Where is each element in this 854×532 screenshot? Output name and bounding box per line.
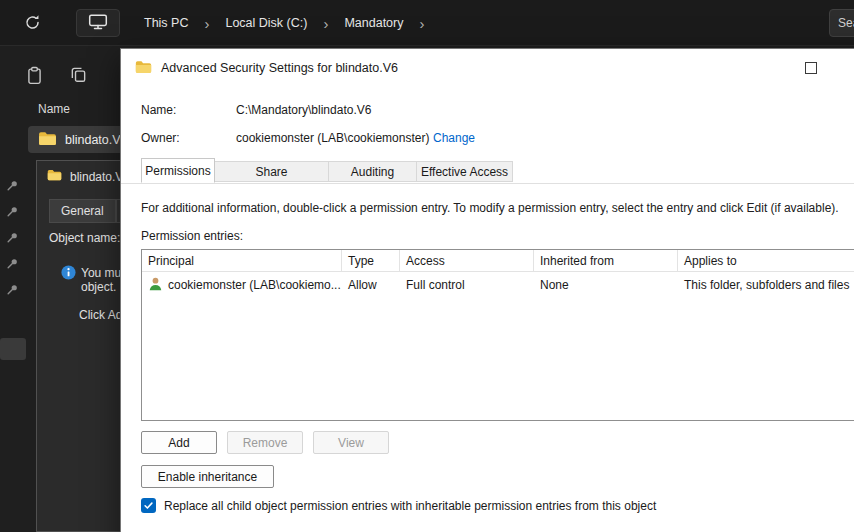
cell-applies-to: This folder, subfolders and files bbox=[678, 278, 854, 292]
name-value: C:\Mandatory\blindato.V6 bbox=[236, 103, 371, 117]
file-name-label: blindato.V6 bbox=[65, 133, 128, 147]
view-button[interactable]: View bbox=[313, 431, 389, 454]
permission-entries-label: Permission entries: bbox=[141, 229, 243, 243]
tab-share[interactable]: Share bbox=[215, 161, 329, 182]
cell-inherited-from: None bbox=[534, 278, 678, 292]
properties-info-text: object. bbox=[81, 280, 116, 294]
user-icon bbox=[148, 276, 163, 294]
maximize-button[interactable] bbox=[805, 62, 817, 74]
column-header-inherited-from[interactable]: Inherited from bbox=[534, 250, 678, 271]
column-header-applies-to[interactable]: Applies to bbox=[678, 250, 854, 271]
table-header: Principal Type Access Inherited from App… bbox=[142, 250, 854, 272]
chevron-right-icon[interactable]: › bbox=[411, 16, 432, 31]
owner-label: Owner: bbox=[141, 131, 180, 145]
advanced-security-dialog: Advanced Security Settings for blindato.… bbox=[120, 48, 854, 532]
refresh-button[interactable] bbox=[22, 14, 42, 34]
chevron-right-icon[interactable]: › bbox=[315, 16, 336, 31]
table-row[interactable]: cookiemonster (LAB\cookiemo... Allow Ful… bbox=[142, 272, 854, 298]
pin-icon bbox=[6, 178, 19, 191]
cell-type: Allow bbox=[342, 278, 400, 292]
tab-effective-access[interactable]: Effective Access bbox=[417, 161, 513, 182]
this-pc-monitor-icon bbox=[88, 13, 108, 34]
pin-icon bbox=[6, 256, 19, 269]
replace-permissions-row: Replace all child object permission entr… bbox=[141, 498, 656, 513]
folder-icon bbox=[135, 60, 152, 77]
check-icon bbox=[143, 500, 154, 511]
explorer-address-bar: This PC › Local Disk (C:) › Mandatory › … bbox=[0, 0, 854, 46]
tab-auditing[interactable]: Auditing bbox=[329, 161, 417, 182]
owner-value: cookiemonster (LAB\cookiemonster) bbox=[236, 131, 429, 145]
refresh-icon bbox=[24, 19, 41, 34]
tab-permissions[interactable]: Permissions bbox=[141, 158, 215, 183]
paste-clipboard-icon[interactable] bbox=[26, 66, 48, 88]
add-button[interactable]: Add bbox=[141, 431, 217, 454]
instructions-text: For additional information, double-click… bbox=[141, 201, 839, 215]
change-owner-link[interactable]: Change bbox=[433, 131, 475, 145]
address-location-button[interactable] bbox=[76, 9, 120, 37]
remove-button[interactable]: Remove bbox=[227, 431, 303, 454]
pin-icon bbox=[6, 282, 19, 295]
chevron-right-icon[interactable]: › bbox=[196, 16, 217, 31]
search-text: Sea bbox=[838, 16, 854, 30]
replace-permissions-checkbox[interactable] bbox=[141, 498, 156, 513]
tab-general[interactable]: General bbox=[49, 199, 116, 223]
column-header-type[interactable]: Type bbox=[342, 250, 400, 271]
cell-principal: cookiemonster (LAB\cookiemo... bbox=[168, 278, 341, 292]
column-header-principal[interactable]: Principal bbox=[142, 250, 342, 271]
pin-icon bbox=[6, 204, 19, 217]
properties-title: blindato.V bbox=[70, 170, 123, 184]
folder-icon bbox=[47, 169, 62, 184]
cell-access: Full control bbox=[400, 278, 534, 292]
pin-icon bbox=[6, 230, 19, 243]
dialog-title: Advanced Security Settings for blindato.… bbox=[161, 61, 398, 75]
dialog-titlebar: Advanced Security Settings for blindato.… bbox=[121, 49, 854, 87]
permission-entries-table[interactable]: Principal Type Access Inherited from App… bbox=[141, 249, 854, 421]
column-header-access[interactable]: Access bbox=[400, 250, 534, 271]
folder-icon bbox=[38, 131, 57, 149]
search-input[interactable]: Sea bbox=[829, 9, 854, 37]
dialog-tabs: Permissions Share Auditing Effective Acc… bbox=[141, 158, 513, 182]
properties-info-text: Click Ad bbox=[79, 308, 122, 322]
object-name-label: Object name: bbox=[49, 231, 120, 245]
column-header-name[interactable]: Name bbox=[38, 102, 70, 116]
breadcrumb: This PC › Local Disk (C:) › Mandatory › bbox=[136, 0, 432, 46]
properties-titlebar: blindato.V bbox=[47, 169, 123, 184]
copy-icon[interactable] bbox=[70, 66, 92, 88]
tab-baseline bbox=[121, 183, 854, 184]
nav-pane-highlight[interactable] bbox=[0, 338, 26, 360]
enable-inheritance-button[interactable]: Enable inheritance bbox=[141, 465, 274, 488]
info-icon bbox=[61, 265, 76, 283]
desktop: This PC › Local Disk (C:) › Mandatory › … bbox=[0, 0, 854, 532]
breadcrumb-mandatory[interactable]: Mandatory bbox=[336, 11, 411, 35]
breadcrumb-this-pc[interactable]: This PC bbox=[136, 11, 196, 35]
name-label: Name: bbox=[141, 103, 176, 117]
breadcrumb-local-disk-c[interactable]: Local Disk (C:) bbox=[217, 11, 315, 35]
replace-permissions-label: Replace all child object permission entr… bbox=[164, 499, 656, 513]
